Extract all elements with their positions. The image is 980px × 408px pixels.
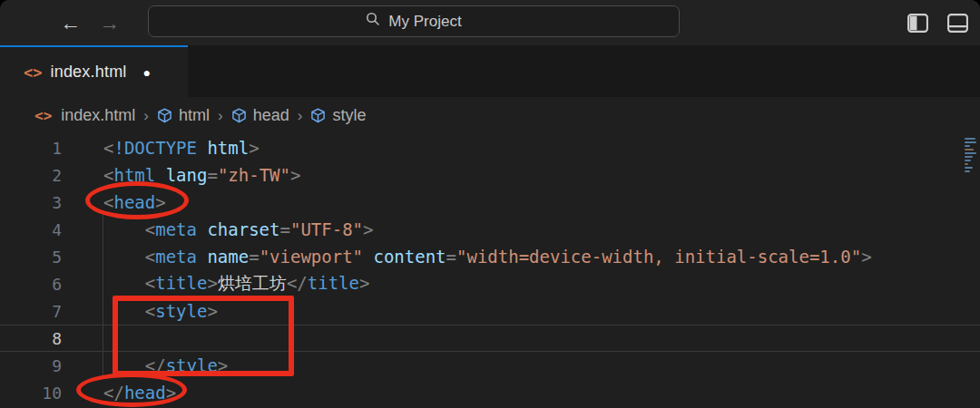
breadcrumb-item-html[interactable]: html [157, 106, 210, 125]
unsaved-changes-dot[interactable]: ● [143, 65, 151, 80]
code-text: <meta charset="UTF-8"> [103, 219, 373, 239]
breadcrumb-item-label: html [179, 106, 210, 125]
minimap-line [965, 167, 973, 169]
html-file-icon: <> [24, 63, 42, 82]
breadcrumb-separator-icon: › [143, 107, 149, 125]
line-number: 10 [0, 384, 62, 403]
layout-controls [906, 0, 969, 45]
minimap-line [965, 156, 973, 158]
tab-index-html[interactable]: <> index.html ● [0, 45, 188, 97]
breadcrumb-item-label: head [253, 106, 289, 125]
code-text: </style> [103, 355, 228, 375]
command-center-label: My Project [388, 13, 461, 31]
breadcrumb-symbols: ›html›head›style [135, 106, 366, 125]
history-navigation: ← → [60, 0, 120, 45]
line-number: 2 [0, 166, 62, 185]
symbol-cube-icon [231, 108, 247, 123]
code-line-4[interactable]: 4 <meta charset="UTF-8"> [0, 216, 980, 243]
code-line-6[interactable]: 6 <title>烘培工坊</title> [0, 270, 980, 297]
code-lines: 1<!DOCTYPE html>2<html lang="zh-TW">3<he… [0, 134, 980, 406]
code-text: <title>烘培工坊</title> [103, 272, 369, 296]
minimap-line [965, 141, 976, 143]
symbol-cube-icon [157, 108, 172, 123]
breadcrumb-item-head[interactable]: head [231, 106, 289, 125]
line-number: 9 [0, 356, 62, 375]
symbol-cube-icon [310, 108, 326, 123]
code-text: <style> [103, 301, 218, 321]
tab-label: index.html [50, 63, 126, 82]
toggle-panel-icon[interactable] [946, 12, 969, 34]
code-line-5[interactable]: 5 <meta name="viewport" content="width=d… [0, 243, 980, 270]
line-number: 7 [0, 302, 62, 321]
breadcrumb-item-file[interactable]: index.html [61, 106, 135, 125]
command-center-search[interactable]: My Project [148, 5, 680, 37]
code-line-9[interactable]: 9 </style> [0, 352, 980, 379]
minimap[interactable] [965, 134, 979, 174]
breadcrumb-item-label: style [332, 106, 366, 125]
toggle-sidebar-icon[interactable] [906, 12, 929, 34]
code-text: <!DOCTYPE html> [103, 138, 260, 158]
minimap-line [965, 160, 971, 161]
minimap-line [965, 138, 975, 140]
breadcrumb-item-style[interactable]: style [310, 106, 366, 125]
code-editor[interactable]: 1<!DOCTYPE html>2<html lang="zh-TW">3<he… [0, 134, 980, 408]
minimap-line [965, 152, 976, 154]
back-arrow-icon[interactable]: ← [60, 13, 81, 34]
code-line-1[interactable]: 1<!DOCTYPE html> [0, 134, 980, 161]
line-number: 4 [0, 220, 62, 239]
code-line-8[interactable]: 8 [0, 325, 980, 352]
line-number: 3 [0, 193, 62, 212]
code-text: <head> [103, 192, 166, 212]
code-text: <meta name="viewport" content="width=dev… [103, 247, 872, 267]
minimap-line [965, 163, 968, 165]
tab-bar-empty-space [188, 45, 980, 97]
tab-bar: <> index.html ● [0, 45, 980, 97]
minimap-line [965, 145, 970, 147]
breadcrumb-separator-icon: › [218, 107, 223, 125]
code-text: </head> [103, 383, 176, 403]
html-file-icon: <> [34, 107, 52, 124]
line-number: 1 [0, 139, 62, 158]
vscode-window: ← → My Project <> index.html ● <> [0, 0, 980, 408]
breadcrumb: <> index.html ›html›head›style [0, 97, 980, 134]
code-text: <html lang="zh-TW"> [103, 165, 300, 185]
minimap-line [965, 149, 974, 151]
search-icon [366, 12, 380, 31]
line-number: 6 [0, 275, 62, 294]
code-line-10[interactable]: 10</head> [0, 379, 980, 406]
breadcrumb-separator-icon: › [298, 107, 303, 125]
code-line-3[interactable]: 3<head> [0, 189, 980, 216]
code-line-2[interactable]: 2<html lang="zh-TW"> [0, 161, 980, 189]
code-line-7[interactable]: 7 <style> [0, 297, 980, 325]
indent-guide [103, 213, 103, 376]
line-number: 8 [0, 329, 62, 348]
line-number: 5 [0, 248, 62, 267]
forward-arrow-icon[interactable]: → [99, 13, 120, 34]
minimap-line [965, 170, 970, 172]
title-bar: ← → My Project [0, 0, 980, 45]
